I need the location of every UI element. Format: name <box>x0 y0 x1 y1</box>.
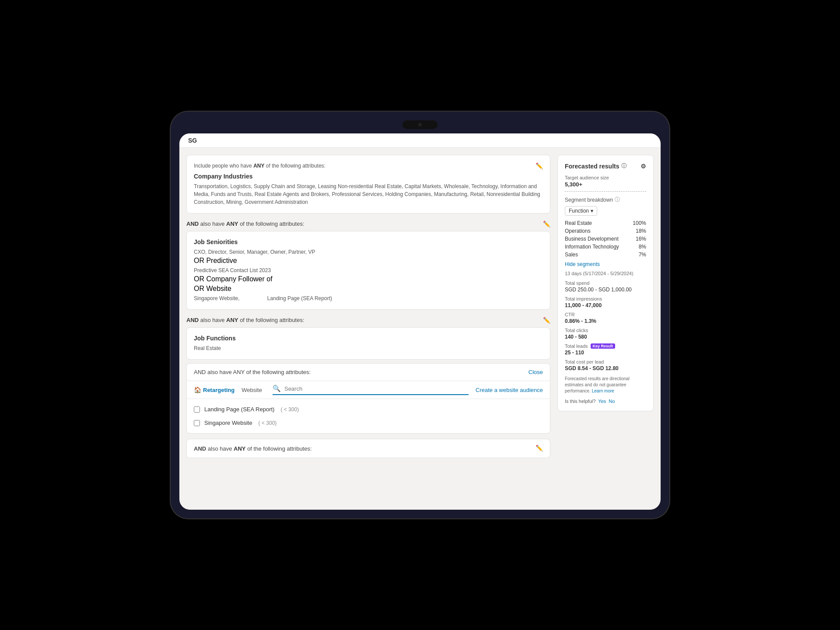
any-label: ANY <box>253 163 264 169</box>
total-clicks-value: 140 - 580 <box>565 334 646 340</box>
helpful-row: Is this helpful? Yes No <box>565 399 646 404</box>
search-icon: 🔍 <box>273 385 281 392</box>
and-text-1: AND <box>186 220 199 227</box>
company-industries-section: Include people who have ANY of the follo… <box>186 155 550 214</box>
forecast-title-left: Forecasted results ⓘ <box>565 162 626 170</box>
and-connector-1: AND also have ANY of the following attri… <box>186 219 550 229</box>
ctr-value: 0.86% - 1.3% <box>565 318 646 324</box>
total-leads-label: Total leads <box>565 343 588 349</box>
bottom-and-text: AND <box>194 445 206 452</box>
tab-website-label: Website <box>242 387 262 393</box>
disclaimer: Forecasted results are directional estim… <box>565 376 646 394</box>
edit-icon-bottom[interactable]: ✏️ <box>536 444 543 452</box>
checkbox-landing-page[interactable] <box>194 406 200 413</box>
section-header: Include people who have ANY of the follo… <box>194 162 543 169</box>
segment-breakdown-dropdown[interactable]: Function ▾ <box>565 206 597 216</box>
device-camera <box>402 120 438 129</box>
screen: SG Include people who have ANY of the fo… <box>179 133 661 510</box>
include-label: Include people who have <box>194 163 252 169</box>
tab-retargeting-label: Retargeting <box>203 387 234 393</box>
total-spend-value: SGD 250.00 - SGD 1,000.00 <box>565 287 646 293</box>
gear-icon[interactable]: ⚙ <box>640 163 646 170</box>
following-attr-text-3: of the following attributes: <box>240 317 304 323</box>
job-seniorities-section: Job Seniorities CXO, Director, Senior, M… <box>186 231 550 310</box>
landing-page-label: Landing Page (SEA Report) <box>204 406 274 413</box>
segment-info-icon: ⓘ <box>615 196 620 203</box>
job-functions-section: Job Functions Real Estate <box>186 327 550 360</box>
website-values: Singapore Website, Landing Page (SEA Rep… <box>194 294 543 302</box>
cost-per-lead-label: Total cost per lead <box>565 359 646 364</box>
total-spend-label: Total spend <box>565 280 646 286</box>
predictive-value: Predictive SEA Contact List 2023 <box>194 266 543 274</box>
helpful-yes-button[interactable]: Yes <box>598 399 606 404</box>
or-text-1: OR Predictive <box>194 257 237 264</box>
singapore-website-label: Singapore Website <box>204 420 252 426</box>
job-functions-title: Job Functions <box>194 335 543 342</box>
any-label-3: ANY <box>226 317 238 323</box>
forecast-title-text: Forecasted results <box>565 163 620 170</box>
segment-list: Real Estate 100% Operations 18% Business… <box>565 219 646 259</box>
website-audience-list: Landing Page (SEA Report) ( < 300) Singa… <box>187 399 550 433</box>
segment-label-3: Information Technology <box>565 244 619 250</box>
sg-logo: SG <box>188 137 197 144</box>
total-impressions-value: 11,000 - 47,000 <box>565 302 646 308</box>
ctr-label: CTR <box>565 312 646 317</box>
tab-retargeting[interactable]: 🏠 Retargeting <box>194 386 234 393</box>
close-button[interactable]: Close <box>528 369 543 375</box>
total-impressions-label: Total impressions <box>565 296 646 301</box>
helpful-text: Is this helpful? <box>565 399 595 404</box>
info-icon: ⓘ <box>621 162 626 170</box>
create-website-audience-link[interactable]: Create a website audience <box>476 387 543 393</box>
segment-row-2: Business Development 16% <box>565 235 646 243</box>
following-attr-text-2: of the following attributes: <box>240 220 304 227</box>
edit-icon-1[interactable]: ✏️ <box>536 162 543 169</box>
bottom-hint: AND also have ANY of the following attri… <box>186 439 550 458</box>
helpful-no-button[interactable]: No <box>609 399 615 404</box>
search-filter-section: AND also have ANY of the following attri… <box>186 363 550 434</box>
bottom-also-text: also have <box>208 445 234 452</box>
segment-row-0: Real Estate 100% <box>565 219 646 227</box>
right-panel: Forecasted results ⓘ ⚙ Target audience s… <box>557 155 654 411</box>
segment-dropdown-label: Function <box>569 208 589 214</box>
forecast-title-row: Forecasted results ⓘ ⚙ <box>565 162 646 170</box>
total-clicks-label: Total clicks <box>565 328 646 333</box>
tab-website[interactable]: Website <box>242 387 262 393</box>
website-value-1: Singapore Website, <box>194 295 240 301</box>
search-header-text: AND also have ANY of the following attri… <box>194 369 311 375</box>
checkbox-singapore-website[interactable] <box>194 420 200 426</box>
segment-pct-3: 8% <box>639 244 646 250</box>
segment-label-0: Real Estate <box>565 220 592 226</box>
segment-breakdown-label: Segment breakdown <box>565 197 613 203</box>
segment-row-4: Sales 7% <box>565 251 646 259</box>
segment-pct-1: 18% <box>636 228 646 234</box>
header-bar: SG <box>179 133 661 148</box>
also-have-text-1: also have <box>200 220 226 227</box>
hide-segments-link[interactable]: Hide segments <box>565 261 646 267</box>
or-text-2: OR Company Follower of <box>194 275 273 283</box>
job-seniorities-values: CXO, Director, Senior, Manager, Owner, P… <box>194 248 543 256</box>
following-attr-label: of the following attributes: <box>266 163 326 169</box>
bottom-hint-text: AND also have ANY of the following attri… <box>194 445 312 452</box>
segment-label-2: Business Development <box>565 236 619 242</box>
learn-more-link[interactable]: Learn more <box>592 388 614 393</box>
total-leads-value: 25 - 110 <box>565 350 646 356</box>
or-text-3: OR Website <box>194 285 231 292</box>
landing-page-count: ( < 300) <box>280 406 299 413</box>
target-audience-label: Target audience size <box>565 175 646 180</box>
segment-label-4: Sales <box>565 252 578 258</box>
segment-row-1: Operations 18% <box>565 227 646 235</box>
key-result-badge: Key Result <box>591 343 616 349</box>
left-panel: Include people who have ANY of the follo… <box>186 155 550 458</box>
main-content: Include people who have ANY of the follo… <box>179 148 661 465</box>
edit-icon-2[interactable]: ✏️ <box>543 220 550 228</box>
edit-icon-3[interactable]: ✏️ <box>543 317 550 324</box>
search-input[interactable] <box>284 385 469 392</box>
segment-pct-0: 100% <box>633 220 646 226</box>
checkbox-item-1: Landing Page (SEA Report) ( < 300) <box>187 402 550 416</box>
or-predictive-connector: OR Predictive <box>194 257 543 265</box>
segment-pct-2: 16% <box>636 236 646 242</box>
segment-label-1: Operations <box>565 228 591 234</box>
bottom-attr-text: of the following attributes: <box>247 445 312 452</box>
cost-per-lead-value: SGD 8.54 - SGD 12.80 <box>565 365 646 371</box>
include-text: Include people who have ANY of the follo… <box>194 163 326 169</box>
